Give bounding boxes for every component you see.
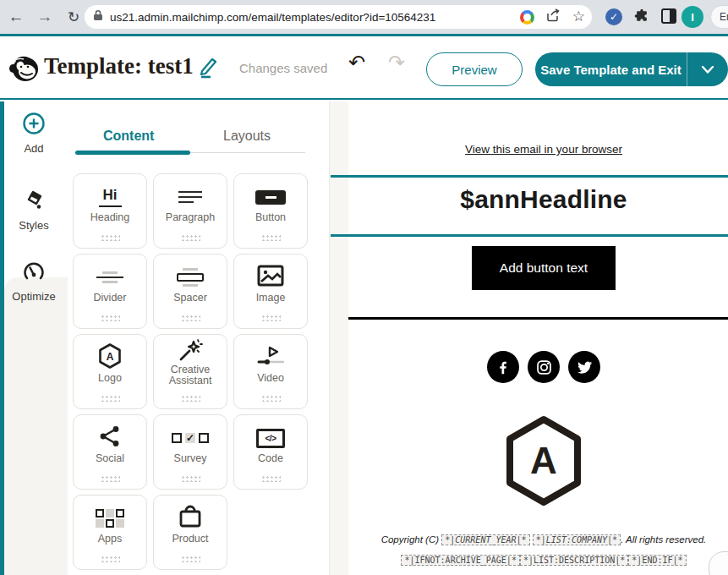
facebook-icon[interactable] <box>487 351 519 383</box>
block-tile-product[interactable]: Product <box>153 495 227 570</box>
image-icon <box>257 265 284 290</box>
drag-handle-dots[interactable] <box>101 315 120 321</box>
creative-assistant-wand-icon <box>178 337 203 366</box>
drag-handle-dots[interactable] <box>181 475 200 482</box>
heading-icon: Hi <box>99 187 122 207</box>
email-button-block[interactable]: Add button text <box>472 246 616 290</box>
drag-handle-dots[interactable] <box>181 315 200 321</box>
extensions-puzzle-icon[interactable] <box>633 8 650 28</box>
edit-title-pencil-icon[interactable] <box>197 57 219 82</box>
add-plus-icon <box>22 112 46 135</box>
editor-sidebar: Add Styles Optimize <box>0 101 68 575</box>
video-icon <box>255 344 286 371</box>
browser-profile-chip[interactable]: Er <box>710 5 728 29</box>
preview-button[interactable]: Preview <box>426 52 523 86</box>
email-headline[interactable]: $annHeadline <box>348 185 728 214</box>
browser-chrome: ← → ↻ us21.admin.mailchimp.com/email/tem… <box>0 0 728 34</box>
save-template-button[interactable]: Save Template and Exit <box>535 52 728 86</box>
sidebar-item-optimize[interactable]: Optimize <box>4 260 63 303</box>
drag-handle-dots[interactable] <box>101 475 120 482</box>
browser-back-button[interactable]: ← <box>5 6 27 28</box>
save-options-chevron-down-icon[interactable] <box>687 66 728 74</box>
address-bar[interactable]: us21.admin.mailchimp.com/email/templates… <box>85 5 592 29</box>
drag-handle-dots[interactable] <box>261 234 281 241</box>
tile-label: Apps <box>98 534 123 545</box>
email-copyright-line[interactable]: Copyright (C) *|CURRENT_YEAR|* *|LIST:CO… <box>348 534 728 545</box>
bookmark-star-icon[interactable]: ☆ <box>572 10 585 24</box>
block-tile-heading[interactable]: Hi Heading <box>73 173 147 249</box>
sidebar-styles-label: Styles <box>4 219 63 232</box>
drag-handle-dots[interactable] <box>181 556 200 562</box>
drag-handle-dots[interactable] <box>181 395 200 402</box>
email-social-block[interactable] <box>348 351 728 383</box>
block-tile-image[interactable]: Image <box>233 254 308 329</box>
merge-tag-current-year: *|CURRENT_YEAR|* <box>441 534 529 545</box>
tile-label: Product <box>172 534 208 545</box>
apps-icon <box>96 509 124 528</box>
block-tile-creative-assistant[interactable]: Creative Assistant <box>153 334 227 409</box>
save-template-label: Save Template and Exit <box>535 63 687 77</box>
email-footer-merge-tags[interactable]: *|IFNOT:ARCHIVE_PAGE|**|LIST:DESCRIPTION… <box>348 555 728 565</box>
block-tile-code[interactable]: </> Code <box>233 414 308 490</box>
block-tile-social[interactable]: Social <box>73 414 147 490</box>
browser-profile-avatar[interactable]: I <box>681 6 703 28</box>
svg-text:A: A <box>530 440 557 481</box>
side-panel-icon[interactable] <box>661 8 676 24</box>
content-panel: Content Layouts Hi Heading Paragraph But… <box>68 101 330 575</box>
paragraph-icon <box>178 191 202 204</box>
tile-label: Survey <box>174 453 207 464</box>
twitter-icon[interactable] <box>568 351 600 383</box>
drag-handle-dots[interactable] <box>261 475 281 482</box>
email-logo-block[interactable]: A <box>503 414 584 511</box>
drag-handle-dots[interactable] <box>261 315 281 321</box>
email-divider-block[interactable] <box>348 317 728 320</box>
copyright-prefix: Copyright (C) <box>381 534 442 545</box>
tab-content[interactable]: Content <box>103 129 154 144</box>
drag-handle-dots[interactable] <box>101 556 120 562</box>
active-tab-indicator <box>75 151 190 155</box>
email-canvas[interactable]: View this email in your browser $annHead… <box>348 101 728 575</box>
drag-handle-dots[interactable] <box>261 395 281 402</box>
block-tile-button[interactable]: Button <box>233 173 308 249</box>
button-icon <box>255 190 286 205</box>
browser-reload-button[interactable]: ↻ <box>63 6 85 28</box>
drag-handle-dots[interactable] <box>181 234 200 241</box>
view-in-browser-link[interactable]: View this email in your browser <box>348 143 728 156</box>
block-tile-apps[interactable]: Apps <box>73 495 147 570</box>
undo-button[interactable]: ↶ <box>348 51 365 74</box>
drag-handle-dots[interactable] <box>101 395 120 402</box>
block-tile-survey[interactable]: ✓ Survey <box>153 414 227 490</box>
block-tile-paragraph[interactable]: Paragraph <box>153 173 227 249</box>
sidebar-item-styles[interactable]: Styles <box>4 189 63 232</box>
sidebar-optimize-label: Optimize <box>4 290 63 303</box>
tile-label: Video <box>257 373 284 384</box>
drag-handle-dots[interactable] <box>101 234 120 241</box>
extension-check-icon[interactable]: ✓ <box>605 8 622 25</box>
spacer-icon <box>177 268 204 287</box>
block-tile-video[interactable]: Video <box>233 334 308 409</box>
mailchimp-logo[interactable] <box>7 50 42 89</box>
merge-tag-list-company: *|LIST:COMPANY|* <box>533 534 621 545</box>
instagram-icon[interactable] <box>528 351 560 383</box>
tab-layouts[interactable]: Layouts <box>223 129 271 144</box>
social-share-icon <box>97 424 123 452</box>
tile-label: Spacer <box>173 293 207 304</box>
save-status-text: Changes saved <box>239 61 327 75</box>
tile-label: Code <box>258 453 283 464</box>
lock-icon <box>93 9 103 25</box>
url-text: us21.admin.mailchimp.com/email/templates… <box>110 11 435 24</box>
editor-header: Template: test1 Changes saved ↶ ↷ Previe… <box>0 36 728 100</box>
sidebar-item-add[interactable]: Add <box>4 112 63 155</box>
share-icon[interactable] <box>546 8 561 25</box>
svg-text:A: A <box>107 351 114 363</box>
browser-forward-button[interactable]: → <box>34 6 56 28</box>
block-tile-spacer[interactable]: Spacer <box>153 254 227 329</box>
styles-icon <box>22 189 46 212</box>
block-tile-divider[interactable]: Divider <box>73 254 147 329</box>
block-tile-logo[interactable]: A Logo <box>73 334 147 409</box>
block-selection-line-top <box>331 175 728 178</box>
google-icon[interactable] <box>520 10 534 25</box>
optimize-gauge-icon <box>21 260 47 283</box>
email-preview-pane: View this email in your browser $annHead… <box>330 101 728 575</box>
mailchimp-template-editor: ← → ↻ us21.admin.mailchimp.com/email/tem… <box>0 0 728 575</box>
